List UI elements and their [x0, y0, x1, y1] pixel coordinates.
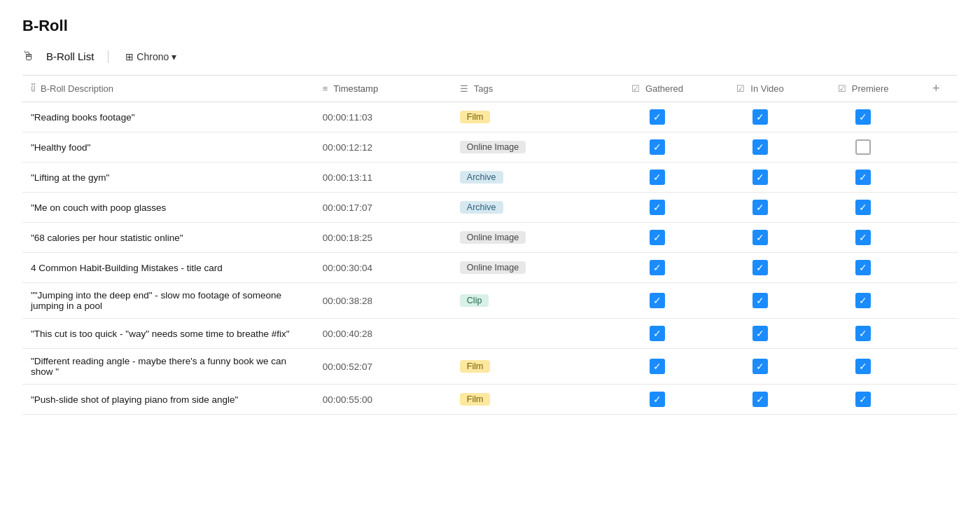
cell-ts: 00:00:17:07: [314, 193, 451, 223]
cell-desc: "Reading books footage": [22, 102, 314, 132]
checkbox-gathered[interactable]: ✓: [650, 200, 665, 215]
cell-invideo: ✓: [709, 385, 812, 415]
tag-badge[interactable]: Online Image: [460, 141, 526, 153]
col-header-desc: Ꞷ̈ B-Roll Description: [22, 76, 314, 102]
cell-gathered: ✓: [606, 132, 708, 163]
checkbox-premiere[interactable]: ✓: [855, 109, 871, 125]
checkbox-premiere[interactable]: ✓: [855, 392, 871, 407]
cell-gathered: ✓: [606, 253, 708, 283]
cell-premiere: [812, 132, 915, 163]
checkbox-invideo[interactable]: ✓: [752, 260, 768, 275]
add-column-button[interactable]: +: [932, 81, 940, 96]
checkbox-premiere[interactable]: ✓: [855, 200, 871, 215]
tag-badge[interactable]: Online Image: [460, 261, 526, 274]
checkbox-invideo[interactable]: ✓: [752, 392, 768, 407]
cell-ts: 00:00:38:28: [314, 283, 451, 319]
list-icon-ts: ≡: [323, 83, 328, 94]
checkbox-invideo[interactable]: ✓: [752, 109, 768, 125]
checkbox-invideo[interactable]: ✓: [752, 139, 768, 155]
checkbox-gathered[interactable]: ✓: [650, 326, 665, 341]
broll-table: Ꞷ̈ B-Roll Description ≡ Timestamp ☰: [22, 76, 958, 415]
checkbox-premiere[interactable]: [855, 139, 871, 155]
cell-premiere: ✓: [812, 319, 915, 349]
col-header-invideo: ☑ In Video: [709, 76, 812, 102]
cell-desc: "68 calories per hour statistic online": [22, 223, 314, 253]
cell-desc: "Push-slide shot of playing piano from s…: [22, 385, 314, 415]
cell-invideo: ✓: [709, 163, 812, 193]
list-label: B-Roll List: [46, 50, 94, 62]
col-header-ts: ≡ Timestamp: [314, 76, 451, 102]
checkbox-invideo[interactable]: ✓: [752, 326, 768, 341]
checkbox-gathered[interactable]: ✓: [650, 392, 665, 407]
table-row: "Reading books footage"00:00:11:03Film✓✓…: [22, 102, 958, 132]
col-header-tags: ☰ Tags: [451, 76, 606, 102]
checkbox-premiere[interactable]: ✓: [855, 230, 871, 245]
tag-icon: ☰: [460, 83, 468, 94]
checkbox-invideo[interactable]: ✓: [752, 293, 768, 308]
checkbox-gathered[interactable]: ✓: [650, 260, 665, 275]
checkbox-premiere[interactable]: ✓: [855, 293, 871, 308]
cell-invideo: ✓: [709, 223, 812, 253]
checkbox-premiere[interactable]: ✓: [855, 326, 871, 341]
tag-badge[interactable]: Online Image: [460, 231, 526, 244]
checkbox-gathered[interactable]: ✓: [650, 170, 665, 185]
cell-gathered: ✓: [606, 319, 708, 349]
checkbox-invideo[interactable]: ✓: [752, 200, 768, 215]
tag-badge[interactable]: Archive: [460, 171, 503, 184]
page-title: B-Roll: [22, 17, 958, 35]
tag-badge[interactable]: Film: [460, 360, 491, 373]
chrono-label: Chrono: [136, 51, 169, 62]
list-icon: 🖱: [22, 49, 35, 64]
cell-premiere: ✓: [812, 102, 915, 132]
checkbox-invideo[interactable]: ✓: [752, 170, 768, 185]
cell-tag: [451, 319, 606, 349]
cell-invideo: ✓: [709, 349, 812, 385]
checkbox-gathered[interactable]: ✓: [650, 230, 665, 245]
checkbox-gathered[interactable]: ✓: [650, 139, 665, 155]
cell-desc: ""Jumping into the deep end" - slow mo f…: [22, 283, 314, 319]
cell-ts: 00:00:55:00: [314, 385, 451, 415]
cell-add: [915, 253, 958, 283]
cell-add: [915, 163, 958, 193]
cell-tag: Archive: [451, 193, 606, 223]
cell-tag: Archive: [451, 163, 606, 193]
checkbox-premiere[interactable]: ✓: [855, 359, 871, 374]
chrono-view-button[interactable]: ⊞ Chrono ▾: [122, 50, 179, 64]
cell-tag: Film: [451, 349, 606, 385]
checkbox-invideo[interactable]: ✓: [752, 230, 768, 245]
cell-invideo: ✓: [709, 132, 812, 163]
cell-premiere: ✓: [812, 283, 915, 319]
cell-add: [915, 102, 958, 132]
checkbox-gathered[interactable]: ✓: [650, 293, 665, 308]
cell-tag: Online Image: [451, 223, 606, 253]
cell-gathered: ✓: [606, 349, 708, 385]
cell-gathered: ✓: [606, 223, 708, 253]
cell-premiere: ✓: [812, 349, 915, 385]
cell-ts: 00:00:12:12: [314, 132, 451, 163]
cell-invideo: ✓: [709, 253, 812, 283]
table-header-row: Ꞷ̈ B-Roll Description ≡ Timestamp ☰: [22, 76, 958, 102]
check-icon-invideo: ☑: [736, 83, 745, 94]
cell-invideo: ✓: [709, 283, 812, 319]
table-row: "Healthy food"00:00:12:12Online Image✓✓: [22, 132, 958, 163]
tag-badge[interactable]: Clip: [460, 294, 489, 307]
cell-ts: 00:00:40:28: [314, 319, 451, 349]
cell-ts: 00:00:11:03: [314, 102, 451, 132]
table-row: ""Jumping into the deep end" - slow mo f…: [22, 283, 958, 319]
checkbox-premiere[interactable]: ✓: [855, 260, 871, 275]
tag-badge[interactable]: Archive: [460, 201, 503, 214]
chevron-down-icon: ▾: [172, 51, 176, 62]
table-row: "68 calories per hour statistic online"0…: [22, 223, 958, 253]
col-header-gathered: ☑ Gathered: [606, 76, 708, 102]
cell-ts: 00:00:52:07: [314, 349, 451, 385]
checkbox-premiere[interactable]: ✓: [855, 170, 871, 185]
checkbox-gathered[interactable]: ✓: [650, 359, 665, 374]
tag-badge[interactable]: Film: [460, 393, 491, 406]
tag-badge[interactable]: Film: [460, 111, 491, 123]
cell-desc: "Lifting at the gym": [22, 163, 314, 193]
checkbox-gathered[interactable]: ✓: [650, 109, 665, 125]
checkbox-invideo[interactable]: ✓: [752, 359, 768, 374]
cell-tag: Clip: [451, 283, 606, 319]
cell-premiere: ✓: [812, 253, 915, 283]
cell-gathered: ✓: [606, 283, 708, 319]
